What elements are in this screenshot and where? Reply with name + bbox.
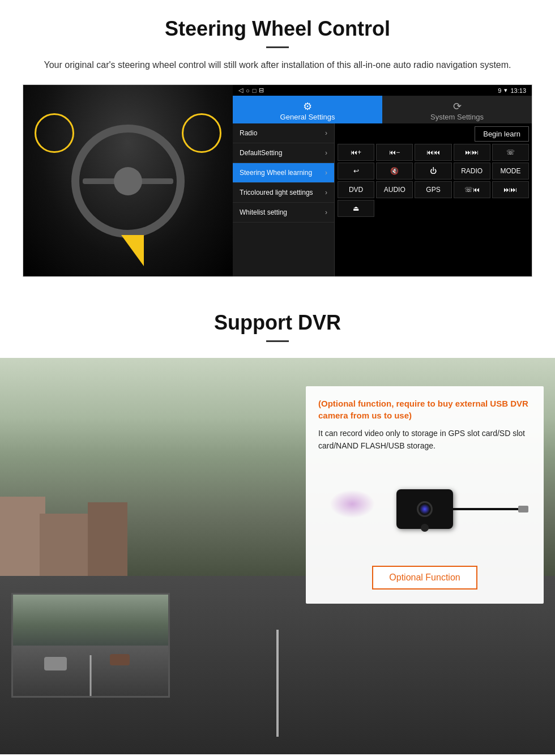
building-1 bbox=[0, 497, 45, 576]
menu-default-chevron: › bbox=[325, 149, 327, 157]
building-3 bbox=[88, 502, 127, 576]
optional-function-button[interactable]: Optional Function bbox=[372, 566, 477, 590]
tab-general-settings[interactable]: ⚙ General Settings bbox=[233, 96, 382, 123]
android-panel: ◁ ○ □ ⊟ 9 ▾ 13:13 ⚙ General Settings ⟳ S… bbox=[233, 85, 532, 276]
menu-steering-label: Steering Wheel learning bbox=[240, 169, 312, 177]
menu-whitelist-chevron: › bbox=[325, 208, 327, 216]
car-interface: ◁ ○ □ ⊟ 9 ▾ 13:13 ⚙ General Settings ⟳ S… bbox=[23, 84, 532, 277]
android-content: Radio › DefaultSetting › Steering Wheel … bbox=[233, 123, 532, 276]
ctrl-next-track[interactable]: ⏭⏭ bbox=[454, 144, 490, 161]
dvr-camera-image bbox=[318, 461, 531, 557]
signal-icon: 9 bbox=[498, 87, 501, 94]
dvr-title: Support DVR bbox=[23, 311, 532, 335]
dvr-title-divider bbox=[266, 340, 289, 342]
camera-lens bbox=[417, 501, 433, 517]
nav-home-icon: ○ bbox=[246, 87, 250, 94]
menu-item-radio[interactable]: Radio › bbox=[233, 123, 334, 143]
ctrl-vol-down[interactable]: ⏮− bbox=[376, 144, 413, 161]
general-settings-label: General Settings bbox=[280, 113, 335, 121]
thumb-car-1 bbox=[44, 657, 67, 670]
ctrl-power[interactable]: ⏻ bbox=[415, 163, 451, 180]
nav-back-icon: ◁ bbox=[238, 87, 243, 94]
ctrl-dvd[interactable]: DVD bbox=[338, 181, 374, 198]
wifi-icon: ▾ bbox=[504, 87, 507, 94]
menu-item-tricoloured[interactable]: Tricoloured light settings › bbox=[233, 183, 334, 203]
android-status-bar: ◁ ○ □ ⊟ 9 ▾ 13:13 bbox=[233, 85, 532, 96]
ctrl-back[interactable]: ↩ bbox=[338, 163, 374, 180]
nav-menu-icon: ⊟ bbox=[259, 87, 264, 94]
car-photo bbox=[23, 85, 233, 277]
tab-system-settings[interactable]: ⟳ System Settings bbox=[382, 96, 532, 123]
menu-tricoloured-label: Tricoloured light settings bbox=[240, 189, 313, 197]
steering-section: Steering Wheel Control Your original car… bbox=[0, 0, 555, 288]
android-tabs: ⚙ General Settings ⟳ System Settings bbox=[233, 96, 532, 123]
steering-title: Steering Wheel Control bbox=[23, 17, 532, 41]
control-grid: ⏮+ ⏮− ⏮⏮ ⏭⏭ ☏ ↩ 🔇 ⏻ RADIO MODE DVD AUDIO bbox=[338, 144, 529, 217]
begin-learn-row: Begin learn bbox=[338, 126, 529, 142]
control-panel: Begin learn ⏮+ ⏮− ⏮⏮ ⏭⏭ ☏ ↩ 🔇 ⏻ RADIO bbox=[335, 123, 532, 276]
status-time: 13:13 bbox=[510, 87, 526, 94]
road-center-line bbox=[276, 630, 279, 737]
system-settings-icon: ⟳ bbox=[382, 100, 532, 113]
menu-radio-label: Radio bbox=[240, 129, 257, 137]
thumb-car-2 bbox=[110, 654, 130, 665]
menu-steering-chevron: › bbox=[325, 169, 327, 177]
menu-item-default[interactable]: DefaultSetting › bbox=[233, 143, 334, 163]
begin-learn-button[interactable]: Begin learn bbox=[475, 126, 529, 142]
ctrl-skip-next[interactable]: ⏭⏭ bbox=[492, 181, 529, 198]
menu-default-label: DefaultSetting bbox=[240, 149, 282, 157]
ctrl-vol-up[interactable]: ⏮+ bbox=[338, 144, 374, 161]
usb-plug bbox=[518, 506, 528, 512]
arrow-body bbox=[121, 235, 144, 266]
ctrl-extra[interactable]: ⏏ bbox=[338, 200, 374, 217]
thumb-road bbox=[13, 646, 168, 697]
menu-item-steering-learning[interactable]: Steering Wheel learning › bbox=[233, 163, 334, 183]
dvr-bg-wrap: (Optional function, require to buy exter… bbox=[0, 358, 555, 754]
ctrl-phone-prev[interactable]: ☏⏮ bbox=[454, 181, 490, 198]
ctrl-audio[interactable]: AUDIO bbox=[376, 181, 413, 198]
menu-item-whitelist[interactable]: Whitelist setting › bbox=[233, 203, 334, 223]
optional-note: (Optional function, require to buy exter… bbox=[318, 398, 531, 421]
ctrl-prev-track[interactable]: ⏮⏮ bbox=[415, 144, 451, 161]
menu-whitelist-label: Whitelist setting bbox=[240, 208, 287, 216]
menu-list: Radio › DefaultSetting › Steering Wheel … bbox=[233, 123, 335, 276]
general-settings-icon: ⚙ bbox=[233, 100, 382, 113]
menu-tricoloured-chevron: › bbox=[325, 189, 327, 197]
car-photo-bg bbox=[23, 85, 233, 277]
thumb-road-line bbox=[90, 655, 92, 696]
menu-radio-chevron: › bbox=[325, 129, 327, 137]
nav-recent-icon: □ bbox=[253, 87, 257, 94]
wheel-hub bbox=[114, 167, 142, 195]
ctrl-phone[interactable]: ☏ bbox=[492, 144, 529, 161]
ctrl-gps[interactable]: GPS bbox=[415, 181, 451, 198]
ctrl-mute[interactable]: 🔇 bbox=[376, 163, 413, 180]
dvr-section: Support DVR (Optional function, require … bbox=[0, 294, 555, 754]
right-control-indicator bbox=[182, 113, 221, 153]
ctrl-mode[interactable]: MODE bbox=[492, 163, 529, 180]
arrow-indicator bbox=[121, 235, 144, 266]
title-divider bbox=[266, 46, 289, 48]
dvr-description: It can record video only to storage in G… bbox=[318, 427, 531, 452]
ctrl-radio[interactable]: RADIO bbox=[454, 163, 490, 180]
steering-subtitle: Your original car's steering wheel contr… bbox=[34, 58, 521, 72]
steering-wheel bbox=[71, 125, 185, 238]
dvr-header: Support DVR bbox=[0, 294, 555, 358]
light-beam bbox=[330, 490, 375, 518]
usb-cable bbox=[435, 508, 520, 510]
dashcam-thumbnail bbox=[11, 593, 170, 698]
dvr-info-card: (Optional function, require to buy exter… bbox=[306, 386, 544, 604]
system-settings-label: System Settings bbox=[430, 113, 484, 121]
left-control-indicator bbox=[35, 113, 74, 153]
